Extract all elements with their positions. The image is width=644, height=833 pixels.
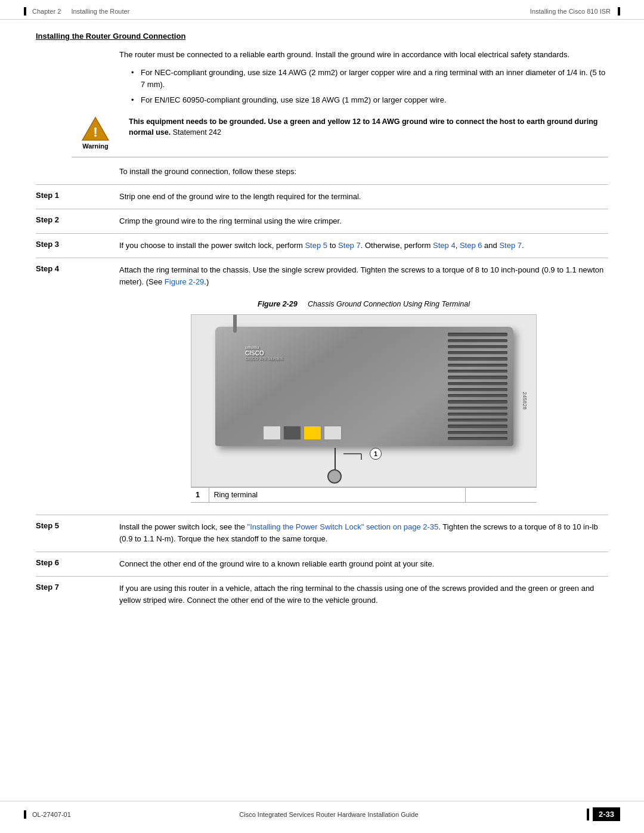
footer-right: 2-33 (587, 807, 620, 821)
header-right-label: Installing the Cisco 810 ISR (530, 8, 611, 15)
warning-icon: ! (81, 116, 110, 141)
table-cell-extra (465, 488, 537, 503)
footer-right-bar (587, 809, 589, 820)
step3-divider (36, 258, 608, 258)
steps-intro: To install the ground connection, follow… (119, 167, 608, 176)
figure-image: ullullu CISCO CISCO 870 SERIES (191, 314, 537, 487)
steps-divider (36, 184, 608, 185)
figure-divider (36, 515, 608, 515)
step-4-row: Step 4 Attach the ring terminal to the c… (36, 264, 608, 288)
svg-text:!: ! (93, 124, 98, 140)
header-left: Chapter 2 Installing the Router (24, 7, 129, 16)
main-content: Installing the Router Ground Connection … (0, 20, 644, 648)
step3-link-step4[interactable]: Step 4 (433, 241, 456, 250)
figure-caption-text: Chassis Ground Connection Using Ring Ter… (308, 300, 470, 308)
step-6-label: Step 6 (36, 558, 119, 567)
warning-icon-wrap: ! Warning (72, 116, 119, 150)
step-1-content: Strip one end of the ground wire to the … (119, 191, 608, 203)
header-chapter-label: Installing the Router (71, 8, 129, 15)
bullet-list: For NEC-compliant grounding, use size 14… (131, 67, 608, 106)
header-left-bar (24, 7, 26, 16)
step3-link-step7a[interactable]: Step 7 (338, 241, 361, 250)
step3-link-step7b[interactable]: Step 7 (499, 241, 522, 250)
router-chassis: ullullu CISCO CISCO 870 SERIES (215, 327, 513, 446)
step-2-row: Step 2 Crimp the ground wire to the ring… (36, 215, 608, 227)
list-item: For NEC-compliant grounding, use size 14… (131, 67, 608, 91)
step4-link-figure[interactable]: Figure 2-29 (165, 277, 204, 286)
router-antenna (233, 314, 237, 333)
step3-link-step5[interactable]: Step 5 (305, 241, 327, 250)
callout-line: 1 (343, 445, 382, 463)
page-footer: OL-27407-01 Cisco Integrated Services Ro… (0, 801, 644, 821)
warning-text: This equipment needs to be grounded. Use… (129, 116, 608, 139)
step2-divider (36, 233, 608, 234)
step-5-row: Step 5 Install the power switch lock, se… (36, 521, 608, 545)
figure-side-number: 245828 (522, 392, 528, 410)
footer-left-bar (24, 810, 26, 819)
step-1-label: Step 1 (36, 191, 119, 200)
step5-link[interactable]: "Installing the Power Switch Lock" secti… (247, 522, 439, 531)
figure-container: Figure 2-29 Chassis Ground Connection Us… (119, 300, 608, 503)
table-cell-label: Ring terminal (209, 488, 465, 503)
callout-1: 1 (370, 448, 382, 460)
step-3-row: Step 3 If you choose to install the powe… (36, 240, 608, 252)
step-6-row: Step 6 Connect the other end of the grou… (36, 558, 608, 570)
table-row: 1 Ring terminal (191, 488, 537, 503)
step5-divider (36, 552, 608, 552)
cisco-logo: ullullu CISCO CISCO 870 SERIES (245, 345, 283, 361)
step-2-label: Step 2 (36, 215, 119, 224)
section-heading: Installing the Router Ground Connection (36, 32, 608, 41)
step-1-row: Step 1 Strip one end of the ground wire … (36, 191, 608, 203)
step-4-label: Step 4 (36, 264, 119, 273)
step-3-label: Step 3 (36, 240, 119, 249)
figure-number: Figure 2-29 (258, 300, 298, 308)
step3-link-step6[interactable]: Step 6 (460, 241, 482, 250)
step-2-content: Crimp the ground wire to the ring termin… (119, 215, 608, 227)
intro-paragraph: The router must be connected to a reliab… (119, 49, 608, 61)
ground-terminal-circle (327, 469, 342, 484)
page-header: Chapter 2 Installing the Router Installi… (0, 0, 644, 20)
footer-doc-number: OL-27407-01 (32, 811, 71, 818)
header-right: Installing the Cisco 810 ISR (530, 7, 620, 16)
step-5-label: Step 5 (36, 521, 119, 530)
warning-normal-text: Statement 242 (171, 128, 221, 137)
step1-divider (36, 209, 608, 209)
table-cell-num: 1 (191, 488, 209, 503)
step-7-label: Step 7 (36, 583, 119, 592)
step-6-content: Connect the other end of the ground wire… (119, 558, 608, 570)
step-4-content: Attach the ring terminal to the chassis.… (119, 264, 608, 288)
footer-left: OL-27407-01 (24, 810, 71, 819)
figure-caption: Figure 2-29 Chassis Ground Connection Us… (119, 300, 608, 308)
step-3-content: If you choose to install the power switc… (119, 240, 608, 252)
warning-label: Warning (82, 143, 109, 150)
step5-text-before: Install the power switch lock, see the (119, 522, 247, 531)
page-number: 2-33 (593, 807, 620, 821)
warning-block: ! Warning This equipment needs to be gro… (72, 116, 608, 157)
router-vents (448, 333, 507, 440)
list-item: For EN/IEC 60950-compliant grounding, us… (131, 94, 608, 106)
step-5-content: Install the power switch lock, see the "… (119, 521, 608, 545)
callout-arrow (343, 445, 367, 463)
step-7-row: Step 7 If you are using this router in a… (36, 583, 608, 606)
header-chapter: Chapter 2 (32, 8, 61, 15)
footer-center: Cisco Integrated Services Router Hardwar… (239, 811, 418, 818)
step6-divider (36, 576, 608, 577)
step-7-content: If you are using this router in a vehicl… (119, 583, 608, 606)
figure-table: 1 Ring terminal (191, 487, 537, 503)
header-right-bar (618, 7, 620, 16)
